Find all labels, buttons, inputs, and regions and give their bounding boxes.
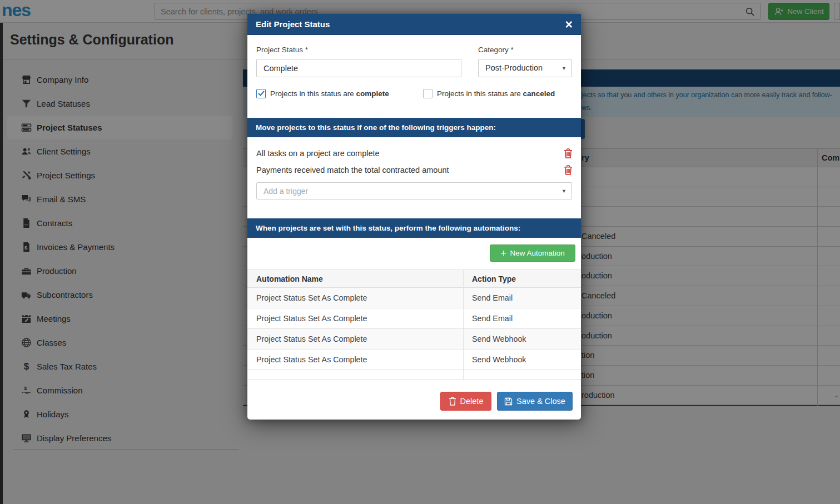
trigger-label: Payments received match the total contra… <box>256 162 449 178</box>
complete-checkbox[interactable] <box>256 89 266 98</box>
triggers-section-header: Move projects to this status if one of t… <box>247 118 581 137</box>
automation-name-cell: Project Status Set As Complete <box>256 308 367 329</box>
trigger-row: Payments received match the total contra… <box>247 162 581 178</box>
automation-name-cell: Project Status Set As Complete <box>256 350 367 370</box>
automation-row[interactable]: Project Status Set As Complete Send Emai… <box>247 288 581 308</box>
project-status-label: Project Status * <box>256 46 308 54</box>
chevron-down-icon: ▼ <box>561 66 566 71</box>
automation-row[interactable]: Project Status Set As Complete Send Webh… <box>247 350 581 370</box>
delete-label: Delete <box>460 397 484 406</box>
action-type-header: Action Type <box>472 270 516 288</box>
edit-project-status-modal: Edit Project Status × Project Status * C… <box>247 14 581 420</box>
project-status-input[interactable] <box>257 59 461 77</box>
modal-actions: Delete Save & Close <box>440 392 573 411</box>
save-icon <box>504 397 513 406</box>
save-close-label: Save & Close <box>516 397 565 406</box>
automations-table: Automation Name Action Type Project Stat… <box>247 270 581 380</box>
modal-title: Edit Project Status <box>256 19 330 29</box>
trigger-row: All tasks on a project are complete <box>247 145 581 162</box>
automations-table-header: Automation Name Action Type <box>247 270 581 288</box>
project-status-field-wrap <box>256 59 461 77</box>
category-select[interactable]: Post-Production ▼ <box>478 59 572 77</box>
trash-icon <box>449 397 456 406</box>
canceled-checkbox-label: Projects in this status are canceled <box>437 89 555 98</box>
modal-header: Edit Project Status × <box>247 14 581 35</box>
trash-icon[interactable] <box>564 165 573 175</box>
complete-checkbox-group: Projects in this status are complete <box>256 88 389 98</box>
new-automation-label: New Automation <box>510 249 564 257</box>
action-type-cell: Send Webhook <box>472 350 526 370</box>
automation-name-cell: Project Status Set As Complete <box>256 288 367 308</box>
action-type-cell: Send Webhook <box>472 329 526 350</box>
category-value: Post-Production <box>485 59 543 77</box>
new-automation-button[interactable]: + New Automation <box>490 244 575 262</box>
automation-name-cell: Project Status Set As Complete <box>256 329 367 350</box>
plus-icon: + <box>500 248 506 258</box>
canceled-checkbox[interactable] <box>423 89 433 98</box>
add-trigger-select[interactable]: Add a trigger ▼ <box>256 182 572 199</box>
trash-icon[interactable] <box>564 148 573 158</box>
chevron-down-icon: ▼ <box>561 188 566 194</box>
action-type-cell: Send Email <box>472 288 513 308</box>
action-type-cell: Send Email <box>472 308 513 329</box>
complete-checkbox-label: Projects in this status are complete <box>270 89 389 98</box>
canceled-checkbox-group: Projects in this status are canceled <box>423 88 555 98</box>
automation-name-header: Automation Name <box>256 270 323 288</box>
automation-row[interactable]: Project Status Set As Complete Send Emai… <box>247 308 581 329</box>
automations-table-footer <box>247 370 581 380</box>
category-label: Category * <box>478 46 514 54</box>
add-trigger-placeholder: Add a trigger <box>264 183 308 200</box>
delete-button[interactable]: Delete <box>440 392 491 411</box>
trigger-label: All tasks on a project are complete <box>256 145 380 162</box>
column-divider <box>463 270 464 380</box>
save-close-button[interactable]: Save & Close <box>497 392 573 411</box>
automation-row[interactable]: Project Status Set As Complete Send Webh… <box>247 329 581 350</box>
close-icon[interactable]: × <box>565 19 573 30</box>
automations-section-header: When projects are set with this status, … <box>247 218 581 238</box>
